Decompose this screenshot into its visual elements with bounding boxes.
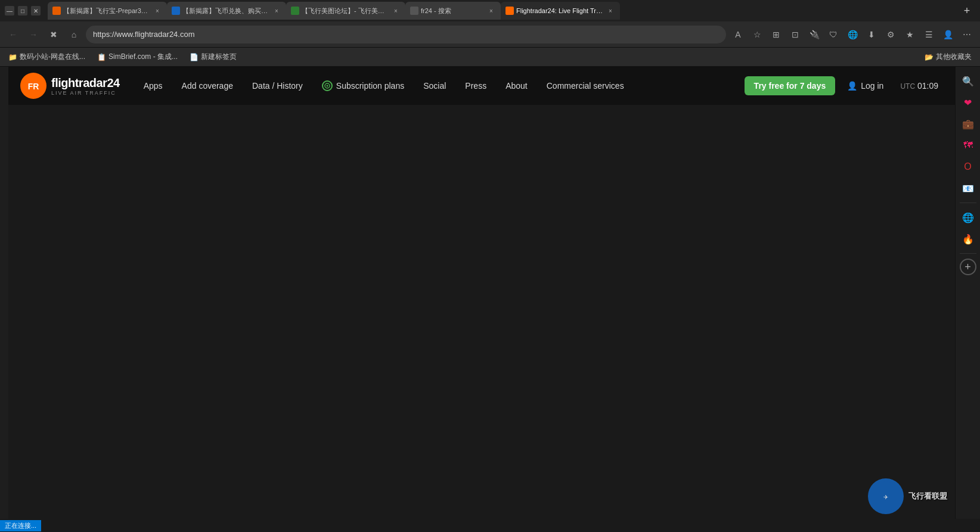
svg-text:✈: ✈ [883,494,888,500]
maximize-button[interactable]: □ [18,6,27,15]
window-controls: — □ ✕ [5,6,41,15]
new-tab-button[interactable]: + [959,2,975,19]
tab-label: Flightradar24: Live Flight Tracke... [516,7,603,14]
sidebar-ext2-icon[interactable]: 🔥 [959,229,978,248]
fr24-navbar: FR flightradar24 LIVE AIR TRAFFIC Apps A… [8,67,955,105]
back-button[interactable]: ← [5,26,21,43]
map-area[interactable] [8,105,955,519]
bookmark-netdisk-label: 数码小站-网盘在线... [20,52,85,62]
settings-icon[interactable]: ⚙ [882,26,899,43]
nav-press[interactable]: Press [455,67,496,105]
fr24-logo[interactable]: FR flightradar24 LIVE AIR TRAFFIC [20,73,120,99]
ext1-icon[interactable]: 🔌 [806,26,823,43]
nav-data-history[interactable]: Data / History [243,67,312,105]
home-button[interactable]: ⌂ [66,26,82,43]
sidebar-wallet-icon[interactable]: 💼 [959,114,978,133]
fr24-nav-right: Try free for 7 days 👤 Log in UTC 01:09 [745,76,943,95]
page-content: FR flightradar24 LIVE AIR TRAFFIC Apps A… [8,67,955,519]
bookmarks-bar: 📁 数码小站-网盘在线... 📋 SimBrief.com - 集成... 📄 … [0,48,980,67]
reload-button[interactable]: ✖ [45,26,62,43]
other-bookmarks[interactable]: 📂 其他收藏夹 [921,51,975,63]
sidebar-ext1-icon[interactable]: 🌐 [959,208,978,227]
sidebar-maps-icon[interactable]: 🗺 [959,136,978,155]
try-free-button[interactable]: Try free for 7 days [745,76,836,95]
tab-close-button[interactable]: × [391,6,401,15]
profile-icon[interactable]: 👤 [939,26,956,43]
address-bar: ← → ✖ ⌂ A ☆ ⊞ ⊡ 🔌 🛡 🌐 ⬇ ⚙ ★ ☰ 👤 ⋯ [0,21,980,48]
tab-label: 【新揭露】飞行宝-Prepar3D,P3C... [63,7,150,15]
favorites-icon[interactable]: ☆ [749,26,765,43]
bookmark-newtab-icon: 📄 [190,53,199,61]
tab-label: 【新揭露】飞币兑换、购买 | Fly... [182,7,269,15]
tab-close-button[interactable]: × [272,6,281,15]
svg-text:FR: FR [28,82,39,91]
utc-label: UTC [900,82,915,91]
tab-close-button[interactable]: × [486,6,496,15]
utc-time: UTC 01:09 [895,81,943,91]
sidebar-divider2 [960,253,976,254]
tab-close-button[interactable]: × [153,6,162,15]
browser-frame: — □ ✕ 【新揭露】飞行宝-Prepar3D,P3C...×【新揭露】飞币兑换… [0,0,980,532]
fr24-nav: Apps Add coverage Data / History Subscri… [134,67,745,105]
tabs-bar: 【新揭露】飞行宝-Prepar3D,P3C...×【新揭露】飞币兑换、购买 | … [48,2,954,20]
more-icon[interactable]: ⋯ [959,26,975,43]
nav-subscription[interactable]: Subscription plans [312,67,414,105]
fr24-logo-sub: LIVE AIR TRAFFIC [51,90,120,96]
nav-about[interactable]: About [496,67,537,105]
radar-icon [322,80,333,91]
ext4-icon[interactable]: ⬇ [863,26,880,43]
favorites2-icon[interactable]: ☰ [920,26,937,43]
other-bookmarks-label: 其他收藏夹 [936,52,972,62]
forward-button[interactable]: → [25,26,42,43]
browser-tab-tab2[interactable]: 【新揭露】飞币兑换、购买 | Fly...× [167,2,286,20]
tab-favicon [52,7,61,15]
bookmark-simbrief-label: SimBrief.com - 集成... [108,52,178,62]
nav-add-coverage[interactable]: Add coverage [172,67,243,105]
tab-favicon [505,7,514,15]
browser-tab-tab4[interactable]: fr24 - 搜索× [405,2,501,20]
browser-tab-tab3[interactable]: 【飞行美图论坛】- 飞行美图社...× [286,2,405,20]
sidebar-search-icon[interactable]: 🔍 [959,71,978,91]
collections-icon[interactable]: ⊞ [768,26,784,43]
fr24-logo-text: flightradar24 LIVE AIR TRAFFIC [51,76,120,96]
address-input[interactable] [86,26,726,43]
left-sidebar [0,67,8,519]
tab-close-button[interactable]: × [606,6,615,15]
minimize-button[interactable]: — [5,6,14,15]
nav-commercial[interactable]: Commercial services [537,67,634,105]
watermark-logo: ✈ [868,478,904,514]
nav-social[interactable]: Social [414,67,455,105]
nav-subscription-label: Subscription plans [336,81,404,91]
close-button[interactable]: ✕ [31,6,41,15]
bookmark-icon[interactable]: ★ [901,26,918,43]
browser-tab-tab5[interactable]: Flightradar24: Live Flight Tracke...× [501,2,620,20]
watermark: ✈ 飞行看联盟 [868,478,947,514]
bookmark-simbrief-icon: 📋 [97,53,106,61]
watermark-text: 飞行看联盟 [908,491,947,502]
split-screen-icon[interactable]: ⊡ [787,26,804,43]
sidebar-add-button[interactable]: + [960,259,976,275]
content-area: FR flightradar24 LIVE AIR TRAFFIC Apps A… [0,67,980,519]
status-text: 正在连接... [0,520,41,531]
ext2-icon[interactable]: 🛡 [825,26,842,43]
tab-favicon [410,7,418,15]
nav-apps[interactable]: Apps [134,67,172,105]
bookmark-simbrief[interactable]: 📋 SimBrief.com - 集成... [94,51,181,63]
title-bar: — □ ✕ 【新揭露】飞行宝-Prepar3D,P3C...×【新揭露】飞币兑换… [0,0,980,21]
reader-view-icon[interactable]: A [730,26,746,43]
bookmark-netdisk-icon: 📁 [8,53,17,61]
svg-point-3 [326,85,328,87]
user-icon: 👤 [847,81,857,91]
fr24-logo-name: flightradar24 [51,76,120,90]
sidebar-office-icon[interactable]: O [959,157,978,176]
tab-label: 【飞行美图论坛】- 飞行美图社... [302,7,389,15]
tab-label: fr24 - 搜索 [421,7,484,15]
bookmark-netdisk[interactable]: 📁 数码小站-网盘在线... [5,51,89,63]
folder-icon: 📂 [925,53,934,61]
bookmark-newtab[interactable]: 📄 新建标签页 [186,51,240,63]
browser-tab-tab1[interactable]: 【新揭露】飞行宝-Prepar3D,P3C...× [48,2,167,20]
sidebar-favorites-icon[interactable]: ❤ [959,93,978,112]
login-button[interactable]: 👤 Log in [840,81,891,91]
sidebar-outlook-icon[interactable]: 📧 [959,179,978,198]
ext3-icon[interactable]: 🌐 [844,26,861,43]
